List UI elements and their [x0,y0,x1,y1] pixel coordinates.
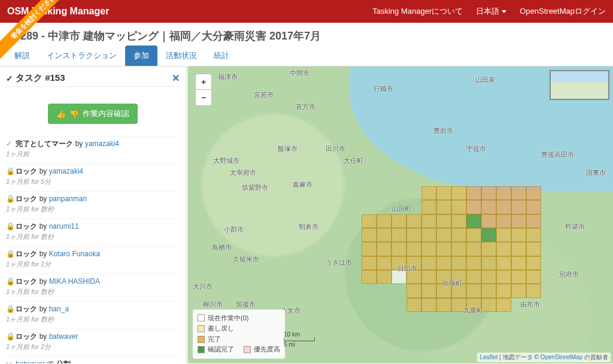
user-link[interactable]: yamazaki4 [49,167,83,175]
overview-map[interactable] [550,70,609,100]
brand[interactable]: OSM Tasking Manager [7,6,359,17]
user-link[interactable]: MIKA HASHIDA [49,277,100,286]
task-cell[interactable] [362,256,377,270]
tab-activity[interactable]: 活動状況 [157,46,205,66]
tab-stats[interactable]: 統計 [205,46,238,66]
task-cell[interactable] [377,270,392,284]
task-cell[interactable] [421,284,436,298]
osm-link[interactable]: OpenStreetMap [541,354,583,360]
task-cell[interactable] [421,270,436,284]
task-cell[interactable] [511,256,526,270]
task-cell[interactable] [436,256,451,270]
task-cell[interactable] [436,242,451,256]
task-cell[interactable] [436,228,451,242]
task-cell[interactable] [526,214,541,228]
task-cell[interactable] [511,200,526,214]
task-cell[interactable] [496,214,511,228]
task-cell[interactable] [526,284,541,298]
task-cell[interactable] [392,242,406,256]
task-cell[interactable] [511,242,526,256]
task-cell[interactable] [451,242,466,256]
zoom-in-button[interactable]: + [196,74,211,90]
task-cell[interactable] [421,228,436,242]
task-cell[interactable] [406,284,421,298]
map[interactable]: 福津市宮若市中間市直方市行橋市豊前市宇佐市豊後高田市杵築市別府市由布市九重町玖珠… [188,66,613,363]
task-cell[interactable] [362,270,377,284]
task-cell[interactable] [362,242,377,256]
task-grid[interactable] [362,186,541,312]
task-cell[interactable] [362,214,377,228]
task-cell[interactable] [526,242,541,256]
task-cell[interactable] [481,186,496,200]
task-cell[interactable] [526,228,541,242]
task-cell[interactable] [466,228,481,242]
user-link[interactable]: panpanman [49,195,87,203]
task-cell[interactable] [406,298,421,312]
task-cell[interactable] [481,270,496,284]
task-cell[interactable] [451,186,466,200]
task-cell[interactable] [466,284,481,298]
task-cell[interactable] [511,284,526,298]
validate-button[interactable]: 👍 👎 作業内容確認 [48,104,138,124]
task-cell[interactable] [421,214,436,228]
task-cell[interactable] [496,200,511,214]
task-cell[interactable] [436,214,451,228]
task-cell[interactable] [466,214,481,228]
tab-contribute[interactable]: 参加 [125,46,157,66]
task-cell[interactable] [496,256,511,270]
task-cell[interactable] [421,200,436,214]
user-link[interactable]: yamazaki4 [85,139,119,148]
task-cell[interactable] [421,298,436,312]
task-cell[interactable] [362,228,377,242]
user-link[interactable]: Kotaro Funaoka [49,250,100,258]
task-cell[interactable] [377,214,392,228]
task-cell[interactable] [421,256,436,270]
zoom-out-button[interactable]: − [196,90,211,105]
task-cell[interactable] [377,242,392,256]
close-task-icon[interactable]: ✕ [172,72,180,84]
task-cell[interactable] [466,200,481,214]
task-cell[interactable] [481,284,496,298]
task-cell[interactable] [496,228,511,242]
user-link[interactable]: narumi11 [49,222,79,230]
task-cell[interactable] [406,228,421,242]
task-cell[interactable] [481,298,496,312]
task-cell[interactable] [392,214,406,228]
task-cell[interactable] [466,270,481,284]
nav-about[interactable]: Tasking Managerについて [372,6,463,17]
task-cell[interactable] [496,242,511,256]
task-cell[interactable] [481,228,496,242]
task-cell[interactable] [377,228,392,242]
task-cell[interactable] [421,186,436,200]
task-cell[interactable] [481,200,496,214]
task-cell[interactable] [496,298,511,312]
task-cell[interactable] [451,228,466,242]
nav-login[interactable]: OpenStreetMapログイン [520,6,606,17]
task-cell[interactable] [377,256,392,270]
task-cell[interactable] [511,228,526,242]
task-cell[interactable] [466,186,481,200]
task-cell[interactable] [406,214,421,228]
user-link[interactable]: han_a [49,305,69,313]
leaflet-link[interactable]: Leaflet [480,354,497,360]
task-cell[interactable] [496,284,511,298]
task-cell[interactable] [511,270,526,284]
task-cell[interactable] [511,186,526,200]
task-cell[interactable] [451,214,466,228]
tab-instruction[interactable]: インストラクション [38,46,125,66]
nav-language[interactable]: 日本語 [476,6,506,17]
user-link[interactable]: batwaver [49,332,78,341]
user-link[interactable]: batwaver [16,360,45,363]
task-cell[interactable] [466,256,481,270]
task-cell[interactable] [436,186,451,200]
task-cell[interactable] [392,228,406,242]
task-cell[interactable] [496,186,511,200]
task-cell[interactable] [496,270,511,284]
task-cell[interactable] [406,242,421,256]
tab-description[interactable]: 解説 [6,46,38,66]
task-cell[interactable] [451,200,466,214]
task-cell[interactable] [481,242,496,256]
task-cell[interactable] [526,256,541,270]
task-cell[interactable] [451,256,466,270]
task-cell[interactable] [481,256,496,270]
